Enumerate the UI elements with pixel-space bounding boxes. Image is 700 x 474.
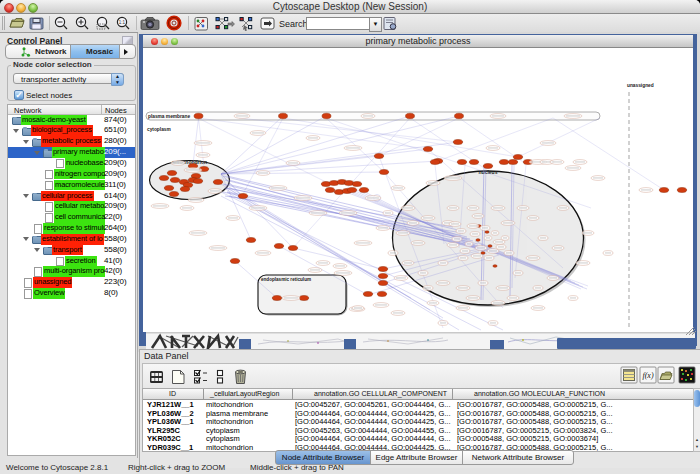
svg-text:endoplasmic reticulum: endoplasmic reticulum <box>261 277 311 282</box>
svg-text:plasma membrane: plasma membrane <box>148 114 190 119</box>
svg-text:1:1: 1:1 <box>119 20 126 25</box>
svg-text:unassigned: unassigned <box>627 83 654 88</box>
svg-text:f(x): f(x) <box>642 371 653 380</box>
svg-text:cytoplasm: cytoplasm <box>147 127 171 132</box>
svg-text:nucleus: nucleus <box>479 169 498 175</box>
